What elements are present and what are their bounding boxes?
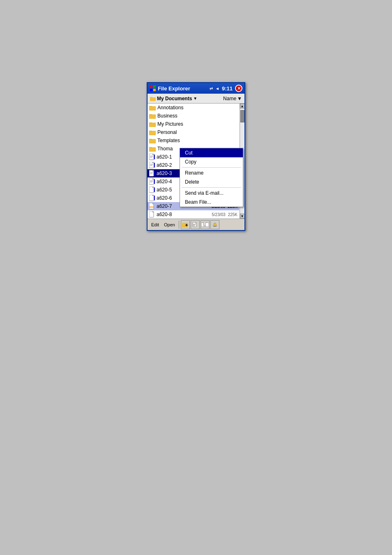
svg-rect-19: [149, 139, 152, 140]
new-folder-icon: [182, 222, 189, 228]
doc-icon-a620-8: [149, 211, 155, 218]
file-name-a620-8: a620-8: [157, 212, 210, 217]
sort-bar[interactable]: Name ▼: [223, 96, 242, 101]
svg-rect-42: [154, 171, 155, 176]
scroll-down-button[interactable]: ▼: [240, 214, 245, 219]
folder-icon-business: [149, 113, 156, 119]
title-bar-left: File Explorer: [150, 85, 190, 92]
folder-icon-thoma: [149, 146, 156, 152]
doc-icon-a620-2: [149, 162, 155, 168]
context-menu-rename[interactable]: Rename: [180, 168, 243, 177]
folder-row-business[interactable]: Business: [148, 112, 239, 120]
doc-icon-a620-4: [149, 178, 155, 185]
context-menu-send-email[interactable]: Send via E-mail...: [180, 189, 243, 198]
toolbar-divider-1: [179, 221, 179, 229]
svg-rect-47: [150, 182, 152, 182]
svg-rect-73: [213, 226, 217, 227]
pencil-icon: [212, 222, 218, 228]
multi-file-icon: [201, 222, 209, 228]
svg-rect-61: [182, 223, 184, 223]
svg-rect-1: [153, 85, 156, 88]
svg-rect-4: [150, 97, 156, 101]
folder-row-annotations[interactable]: Annotations: [148, 104, 239, 112]
svg-rect-57: [149, 206, 154, 208]
folder-row-templates[interactable]: Templates: [148, 136, 239, 145]
edit-button[interactable]: Edit: [149, 221, 161, 228]
file-list: Annotations Business My Pictures: [148, 104, 244, 219]
svg-rect-28: [150, 157, 152, 158]
svg-rect-35: [150, 166, 152, 166]
context-menu-delete[interactable]: Delete: [180, 177, 243, 187]
doc-icon-a620-6: [149, 195, 155, 201]
window-title: File Explorer: [158, 85, 190, 92]
context-menu-separator-2: [182, 187, 241, 188]
toolbar: Edit Open: [148, 219, 244, 230]
open-button[interactable]: Open: [162, 221, 177, 228]
scroll-thumb[interactable]: [240, 110, 244, 122]
scroll-up-button[interactable]: ▲: [240, 104, 245, 108]
folder-name-personal: Personal: [157, 129, 238, 135]
sort-label: Name: [223, 96, 236, 101]
svg-rect-66: [193, 224, 196, 224]
svg-rect-5: [150, 97, 152, 98]
svg-rect-7: [149, 106, 152, 107]
file-view-button[interactable]: [191, 220, 200, 229]
svg-rect-36: [154, 163, 155, 168]
context-menu-copy[interactable]: Copy: [180, 157, 243, 166]
folder-row-personal[interactable]: Personal: [148, 128, 239, 136]
folder-row-mypictures[interactable]: My Pictures: [148, 120, 239, 128]
svg-rect-16: [149, 131, 152, 132]
svg-rect-13: [149, 122, 152, 124]
svg-rect-34: [150, 165, 153, 165]
folder-name-templates: Templates: [157, 138, 238, 143]
location-folder-icon: [150, 96, 156, 101]
nav-bar: My Documents ▼ Name ▼: [148, 94, 244, 104]
folder-name-mypictures: My Pictures: [157, 121, 238, 127]
context-menu-cut[interactable]: Cut: [180, 148, 243, 157]
folder-icon-annotations: [149, 105, 156, 111]
title-bar-right: ⇄ ◄ 9:11 ✕: [210, 85, 242, 92]
windows-logo-icon: [150, 85, 156, 92]
svg-rect-22: [149, 147, 152, 148]
close-button[interactable]: ✕: [235, 85, 242, 92]
file-explorer-window: File Explorer ⇄ ◄ 9:11 ✕ My Documents ▼ …: [147, 82, 245, 231]
file-row-a620-8[interactable]: a620-8 5/23/03 225K: [148, 210, 239, 219]
svg-rect-54: [154, 196, 155, 200]
context-menu-beam-file[interactable]: Beam File...: [180, 198, 243, 207]
svg-rect-48: [154, 179, 155, 184]
connection-icon: ⇄: [210, 86, 213, 91]
context-menu: Cut Copy Rename Delete Send via E-mail..…: [180, 148, 243, 207]
file-size-a620-8: 225K: [228, 212, 238, 217]
svg-rect-68: [193, 226, 195, 226]
doc-icon-a620-7: [149, 203, 155, 210]
speaker-icon: ◄: [215, 86, 219, 91]
svg-rect-71: [205, 223, 209, 227]
file-date-a620-8: 5/23/03: [212, 212, 225, 217]
location-dropdown-icon[interactable]: ▼: [193, 96, 197, 101]
svg-rect-3: [153, 89, 156, 91]
location-label: My Documents: [157, 96, 192, 101]
svg-rect-67: [193, 225, 196, 225]
svg-rect-10: [149, 114, 152, 115]
svg-marker-74: [214, 222, 216, 223]
doc-icon-a620-5: [149, 187, 155, 193]
svg-rect-39: [150, 172, 153, 173]
svg-rect-0: [150, 85, 152, 88]
svg-rect-45: [150, 180, 153, 181]
svg-rect-46: [150, 181, 153, 182]
svg-rect-27: [150, 157, 153, 157]
svg-rect-33: [150, 164, 153, 164]
folder-name-business: Business: [157, 113, 238, 119]
context-menu-separator-1: [182, 167, 241, 168]
multi-file-view-button[interactable]: [201, 220, 210, 229]
sort-arrow-icon: ▼: [237, 96, 242, 101]
folder-icon-mypictures: [149, 122, 156, 127]
location-bar[interactable]: My Documents ▼: [150, 96, 197, 101]
svg-rect-2: [150, 89, 152, 91]
title-bar: File Explorer ⇄ ◄ 9:11 ✕: [148, 83, 244, 94]
new-folder-button[interactable]: [181, 220, 190, 229]
file-view-icon: [192, 222, 198, 228]
svg-rect-40: [150, 173, 153, 173]
svg-rect-51: [154, 187, 155, 192]
pencil-button[interactable]: [210, 220, 219, 229]
